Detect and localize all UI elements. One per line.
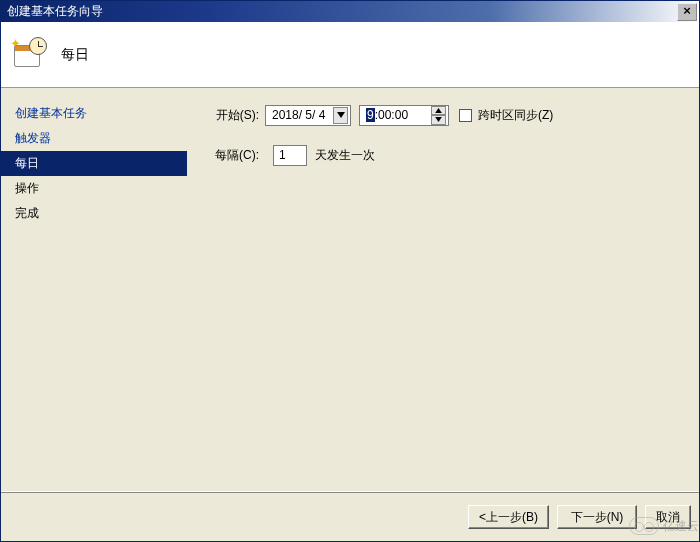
spinner-down-button[interactable] (431, 115, 446, 125)
close-button[interactable]: × (677, 3, 697, 21)
start-date-picker[interactable]: 2018/ 5/ 4 (265, 105, 351, 126)
time-spinner[interactable] (431, 106, 446, 125)
footer: <上一步(B) 下一步(N) 取消 (1, 491, 699, 541)
start-label: 开始(S): (201, 107, 265, 124)
sidebar-item-action: 操作 (1, 176, 187, 201)
chevron-down-icon (435, 117, 442, 122)
cancel-button[interactable]: 取消 (645, 505, 691, 529)
body-area: 创建基本任务 触发器 每日 操作 完成 开始(S): 2018/ 5/ 4 9:… (1, 89, 699, 491)
page-title: 每日 (61, 46, 89, 64)
start-time-value: 9:00:00 (366, 108, 408, 122)
sidebar-item-daily[interactable]: 每日 (1, 151, 187, 176)
start-time-hour: 9 (366, 108, 375, 122)
start-date-value: 2018/ 5/ 4 (272, 108, 325, 122)
start-time-rest: :00:00 (375, 108, 408, 122)
date-dropdown-button[interactable] (333, 107, 348, 124)
content-pane: 开始(S): 2018/ 5/ 4 9:00:00 (187, 89, 699, 491)
wizard-steps-sidebar: 创建基本任务 触发器 每日 操作 完成 (1, 89, 187, 491)
interval-value: 1 (279, 148, 286, 162)
sidebar-item-finish: 完成 (1, 201, 187, 226)
schedule-icon: ✦ (13, 39, 45, 71)
sidebar-item-trigger[interactable]: 触发器 (1, 126, 187, 151)
title-bar: 创建基本任务向导 × (1, 1, 699, 22)
interval-row: 每隔(C): 1 天发生一次 (201, 141, 695, 169)
next-button[interactable]: 下一步(N) (557, 505, 637, 529)
wizard-window: 创建基本任务向导 × ✦ 每日 创建基本任务 触发器 每日 操作 完成 开始(S… (0, 0, 700, 542)
interval-label: 每隔(C): (201, 147, 265, 164)
back-button[interactable]: <上一步(B) (468, 505, 549, 529)
header-pane: ✦ 每日 (1, 22, 699, 88)
interval-suffix: 天发生一次 (315, 147, 375, 164)
sidebar-item-create-task[interactable]: 创建基本任务 (1, 101, 187, 126)
chevron-down-icon (337, 112, 345, 118)
close-icon: × (683, 3, 691, 18)
window-title: 创建基本任务向导 (7, 3, 677, 20)
tz-sync-label: 跨时区同步(Z) (478, 107, 553, 124)
interval-input[interactable]: 1 (273, 145, 307, 166)
tz-sync-checkbox[interactable] (459, 109, 472, 122)
start-row: 开始(S): 2018/ 5/ 4 9:00:00 (201, 101, 695, 129)
spinner-up-button[interactable] (431, 106, 446, 116)
chevron-up-icon (435, 108, 442, 113)
start-time-picker[interactable]: 9:00:00 (359, 105, 449, 126)
